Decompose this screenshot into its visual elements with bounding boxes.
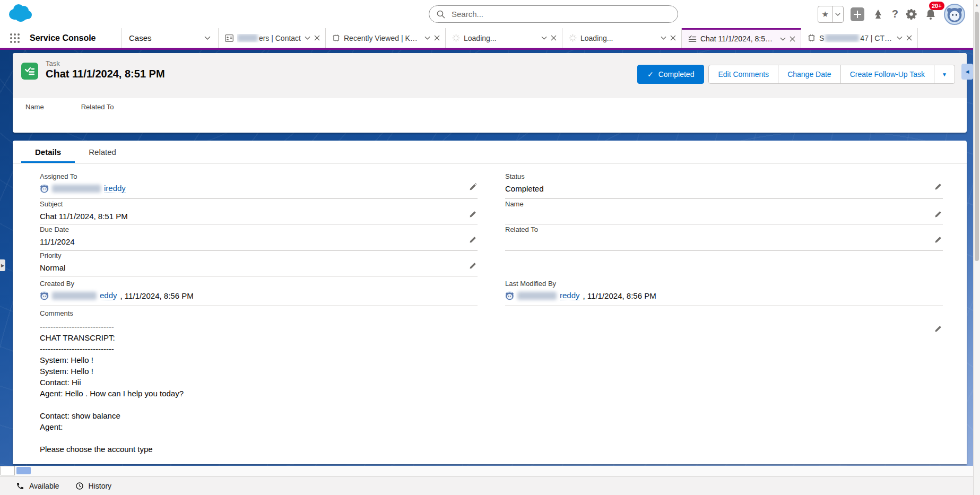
app-name: Service Console (30, 28, 121, 48)
create-follow-up-task-button[interactable]: Create Follow-Up Task (841, 65, 934, 83)
expand-left-panel-button[interactable]: ▶ (0, 259, 5, 271)
field-last-modified-by: Last Modified By reddy , 11/1/2024, 8:56… (505, 280, 943, 306)
highlight-fields: Name Related To (25, 103, 114, 111)
spinner-icon (569, 34, 577, 42)
field-subject: Subject Chat 11/1/2024, 8:51 PM (40, 200, 478, 224)
utility-history[interactable]: History (75, 482, 112, 490)
field-related-to: Related To (505, 225, 943, 251)
edit-comments-button[interactable]: Edit Comments (709, 65, 778, 83)
blurred-text (825, 34, 859, 42)
tab-label: Loading... (580, 34, 657, 42)
header-actions: ★ ? 20+ (818, 0, 965, 28)
salesforce-logo-icon (7, 3, 33, 25)
workspace-tab-recently-viewed[interactable]: Recently Viewed | K… (326, 28, 446, 48)
close-icon[interactable] (314, 35, 320, 41)
check-icon: ✓ (647, 70, 654, 79)
app-launcher-icon[interactable] (0, 28, 30, 48)
favorites-dropdown-icon[interactable] (833, 6, 843, 22)
trailhead-icon[interactable] (871, 8, 885, 21)
setup-gear-icon[interactable] (905, 8, 917, 20)
workspace-tab-loading-2[interactable]: Loading... (562, 28, 682, 48)
close-icon[interactable] (906, 35, 912, 41)
record-highlights-card: Task Chat 11/1/2024, 8:51 PM ✓ Completed… (13, 53, 967, 133)
tab-label-prefix: S (819, 34, 824, 42)
highlight-field-name: Name (25, 103, 44, 111)
utility-bar: Available History (0, 476, 980, 495)
utility-phone-available[interactable]: Available (16, 482, 59, 490)
chevron-down-icon[interactable] (780, 37, 786, 41)
user-avatar[interactable] (944, 4, 965, 25)
edit-pencil-icon[interactable] (934, 236, 942, 244)
tab-details[interactable]: Details (21, 141, 75, 163)
chevron-down-icon[interactable] (541, 36, 547, 40)
notification-count-badge: 20+ (929, 2, 944, 10)
chevron-down-icon[interactable] (897, 36, 903, 40)
blurred-text (52, 185, 101, 193)
close-icon[interactable] (790, 36, 795, 42)
field-name: Name (505, 200, 943, 224)
phone-icon (16, 482, 24, 490)
field-priority: Priority Normal (40, 251, 478, 276)
created-by-link[interactable]: eddy (100, 291, 117, 300)
blurred-text (52, 292, 97, 300)
chevron-down-icon[interactable] (424, 36, 430, 40)
record-icon (332, 34, 340, 42)
edit-pencil-icon[interactable] (469, 236, 476, 244)
object-tab-cases[interactable]: Cases (121, 28, 219, 48)
edit-pencil-icon[interactable] (934, 211, 942, 218)
close-icon[interactable] (670, 35, 676, 41)
workspace-tab-chat-task[interactable]: Chat 11/1/2024, 8:5… (682, 28, 801, 48)
global-header: ★ ? 20+ (0, 0, 980, 28)
edit-pencil-icon[interactable] (469, 183, 476, 190)
edit-pencil-icon[interactable] (934, 325, 942, 333)
console-content-area: Task Chat 11/1/2024, 8:51 PM ✓ Completed… (0, 50, 980, 476)
edit-pencil-icon[interactable] (469, 262, 476, 270)
highlight-field-related-to: Related To (81, 103, 114, 111)
tab-label: Loading... (464, 34, 537, 42)
edit-pencil-icon[interactable] (934, 183, 942, 190)
horizontal-scrollbar[interactable] (0, 466, 974, 476)
field-status: Status Completed (505, 172, 943, 199)
workspace-tab-loading-1[interactable]: Loading... (446, 28, 562, 48)
tab-related[interactable]: Related (75, 141, 130, 163)
avatar (40, 184, 49, 193)
chevron-down-icon[interactable] (661, 36, 666, 40)
field-assigned-to: Assigned To ireddy (40, 172, 478, 199)
search-input[interactable] (450, 9, 670, 19)
global-search[interactable] (429, 5, 678, 23)
tab-label: ers | Contact (259, 34, 301, 42)
assigned-to-link[interactable]: ireddy (104, 184, 126, 193)
edit-pencil-icon[interactable] (469, 211, 476, 218)
tab-label: 47 | CT… (860, 34, 892, 42)
close-icon[interactable] (551, 35, 557, 41)
tab-label: Recently Viewed | K… (344, 34, 421, 42)
chevron-down-icon[interactable] (305, 36, 310, 40)
chevron-down-icon[interactable] (204, 36, 211, 40)
tab-label: Chat 11/1/2024, 8:5… (700, 34, 776, 43)
scrollbar-thumb[interactable] (975, 12, 979, 261)
workspace-tab-contact[interactable]: ers | Contact (219, 28, 326, 48)
change-date-button[interactable]: Change Date (778, 65, 841, 83)
workspace-tab-record[interactable]: S 47 | CT… (801, 28, 918, 48)
vertical-scrollbar[interactable]: ▲ (973, 0, 980, 495)
notifications-bell-icon[interactable]: 20+ (924, 8, 937, 21)
record-icon (808, 34, 816, 42)
more-actions-dropdown-icon[interactable]: ▼ (934, 65, 955, 83)
last-modified-by-link[interactable]: reddy (560, 291, 580, 300)
close-icon[interactable] (434, 35, 440, 41)
help-icon[interactable]: ? (892, 8, 898, 20)
blurred-text (517, 292, 557, 300)
field-comments: Comments ---------------------------- CH… (40, 309, 943, 455)
mark-complete-button[interactable]: ✓ Completed (637, 65, 704, 84)
scrollbar-left-button[interactable] (1, 466, 15, 475)
global-actions-plus-icon[interactable] (851, 7, 864, 21)
scrollbar-thumb[interactable] (16, 467, 31, 474)
scrollbar-up-arrow[interactable]: ▲ (975, 3, 979, 7)
entity-label: Task (46, 59, 60, 67)
task-icon (688, 35, 697, 42)
blurred-text (237, 34, 258, 42)
collapse-panel-button[interactable]: ◀ (961, 64, 973, 80)
favorite-star-icon[interactable]: ★ (818, 6, 833, 22)
field-due-date: Due Date 11/1/2024 (40, 225, 478, 251)
avatar (505, 291, 514, 300)
